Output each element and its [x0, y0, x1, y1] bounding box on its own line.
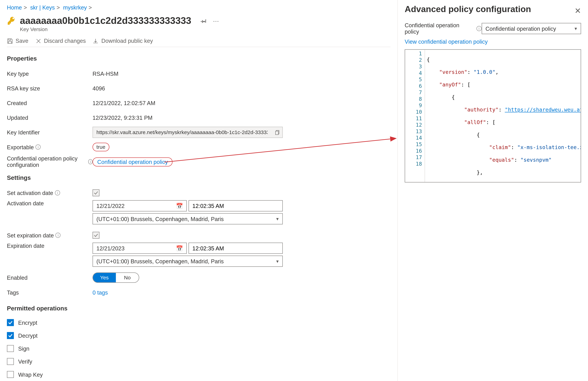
op-checkbox[interactable] — [7, 371, 14, 378]
panel-title: Advanced policy configuration — [405, 4, 581, 22]
label-keyid: Key Identifier — [7, 129, 92, 136]
op-sign[interactable]: Sign — [7, 342, 390, 355]
chevron-down-icon: ▾ — [276, 216, 279, 222]
op-checkbox[interactable] — [7, 332, 14, 339]
value-created: 12/21/2022, 12:02:57 AM — [92, 100, 155, 106]
enabled-toggle[interactable]: Yes No — [92, 273, 139, 283]
copy-icon[interactable] — [271, 127, 282, 138]
label-activation: Activation date — [7, 200, 92, 207]
op-decrypt[interactable]: Decrypt — [7, 329, 390, 342]
set-expiration-checkbox[interactable] — [92, 232, 99, 239]
value-updated: 12/23/2022, 9:23:31 PM — [92, 114, 152, 121]
set-activation-checkbox[interactable] — [92, 190, 99, 196]
label-tags: Tags — [7, 289, 92, 296]
label-confpolicy: Confidential operation policy configurat… — [7, 155, 92, 168]
properties-heading: Properties — [7, 55, 390, 62]
op-label: Verify — [18, 358, 32, 365]
save-button[interactable]: Save — [7, 38, 28, 44]
download-button[interactable]: Download public key — [93, 38, 153, 44]
op-label: Decrypt — [18, 332, 38, 339]
op-checkbox[interactable] — [7, 319, 14, 326]
info-icon[interactable]: i — [476, 26, 482, 31]
close-icon[interactable]: ✕ — [575, 6, 581, 16]
expiration-tz-select[interactable]: (UTC+01:00) Brussels, Copenhagen, Madrid… — [92, 255, 283, 267]
discard-button[interactable]: Discard changes — [35, 38, 86, 44]
code-content[interactable]: { "version": "1.0.0", "anyOf": [ { "auth… — [425, 50, 581, 182]
op-checkbox[interactable] — [7, 358, 14, 365]
op-verify[interactable]: Verify — [7, 355, 390, 368]
op-label: Encrypt — [18, 319, 37, 326]
op-wrap-key[interactable]: Wrap Key — [7, 368, 390, 381]
value-rsasize: 4096 — [92, 85, 105, 91]
label-created: Created — [7, 100, 92, 106]
key-icon — [7, 16, 16, 25]
pin-icon[interactable] — [201, 18, 207, 25]
op-label: Wrap Key — [18, 371, 42, 378]
op-label: Sign — [18, 345, 29, 352]
op-checkbox[interactable] — [7, 345, 14, 352]
key-identifier-input[interactable] — [93, 129, 271, 135]
breadcrumb-skr[interactable]: skr | Keys — [30, 4, 55, 11]
label-expiration: Expiration date — [7, 243, 92, 249]
value-exportable: true — [92, 143, 109, 151]
value-keytype: RSA-HSM — [92, 70, 118, 77]
breadcrumb-key[interactable]: myskrkey — [63, 4, 87, 11]
expiration-time-input[interactable] — [189, 243, 283, 254]
info-icon[interactable]: i — [55, 190, 60, 195]
page-title: aaaaaaaa0b0b1c1c2d2d333333333333 — [20, 15, 191, 26]
code-editor[interactable]: 123456789101112131415161718 { "version":… — [405, 49, 581, 183]
toggle-no[interactable]: No — [116, 273, 139, 282]
breadcrumb: Home> skr | Keys> myskrkey> — [7, 4, 390, 13]
info-icon[interactable]: i — [88, 159, 92, 164]
label-rsasize: RSA key size — [7, 85, 92, 91]
permitted-heading: Permitted operations — [7, 305, 390, 312]
chevron-down-icon: ▾ — [575, 26, 577, 31]
activation-date-input[interactable]: 12/21/2022📅 — [92, 200, 187, 212]
more-icon[interactable]: ⋯ — [213, 18, 219, 25]
conf-policy-link[interactable]: Confidential operation policy — [92, 157, 172, 166]
label-keytype: Key type — [7, 70, 92, 77]
policy-select[interactable]: Confidential operation policy▾ — [482, 23, 581, 34]
tags-link[interactable]: 0 tags — [92, 289, 108, 296]
label-setactivation: Set activation date i — [7, 190, 92, 196]
page-subtitle: Key Version — [20, 26, 191, 32]
view-policy-link[interactable]: View confidential operation policy — [405, 39, 581, 45]
toggle-yes[interactable]: Yes — [93, 273, 116, 282]
label-exportable: Exportable i — [7, 144, 92, 150]
expiration-date-input[interactable]: 12/21/2023📅 — [92, 243, 187, 254]
label-setexpiration: Set expiration date i — [7, 232, 92, 238]
activation-tz-select[interactable]: (UTC+01:00) Brussels, Copenhagen, Madrid… — [92, 213, 283, 224]
panel-label: Confidential operation policy i — [405, 22, 482, 35]
settings-heading: Settings — [7, 174, 390, 181]
info-icon[interactable]: i — [56, 233, 61, 238]
chevron-down-icon: ▾ — [276, 258, 279, 264]
label-updated: Updated — [7, 114, 92, 121]
calendar-icon: 📅 — [176, 203, 183, 209]
op-encrypt[interactable]: Encrypt — [7, 316, 390, 329]
activation-time-input[interactable] — [189, 200, 283, 212]
toolbar: Save Discard changes Download public key — [7, 34, 390, 47]
key-identifier-field[interactable] — [92, 127, 283, 138]
info-icon[interactable]: i — [36, 145, 41, 149]
code-gutter: 123456789101112131415161718 — [405, 50, 425, 182]
calendar-icon: 📅 — [176, 245, 183, 252]
label-enabled: Enabled — [7, 274, 92, 281]
breadcrumb-home[interactable]: Home — [7, 4, 22, 11]
